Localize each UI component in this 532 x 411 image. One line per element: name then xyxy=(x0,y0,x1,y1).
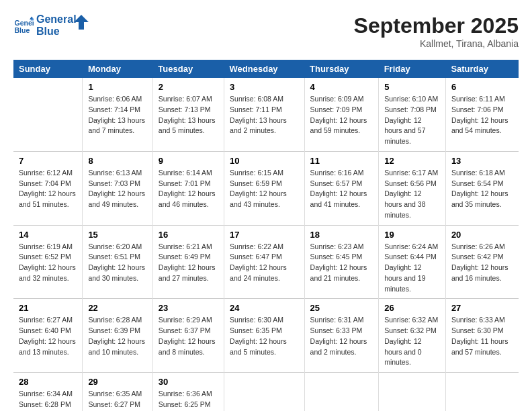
day-info: Sunrise: 6:08 AMSunset: 7:11 PMDaylight:… xyxy=(230,94,298,136)
cell-week5-day5 xyxy=(379,373,446,412)
cell-week4-day1: 22 Sunrise: 6:28 AMSunset: 6:39 PMDaylig… xyxy=(83,299,152,373)
day-number: 7 xyxy=(19,156,77,166)
day-info: Sunrise: 6:22 AMSunset: 6:47 PMDaylight:… xyxy=(230,242,298,284)
cell-week5-day2: 30 Sunrise: 6:36 AMSunset: 6:25 PMDaylig… xyxy=(152,373,224,412)
day-info: Sunrise: 6:12 AMSunset: 7:04 PMDaylight:… xyxy=(19,168,77,210)
day-info: Sunrise: 6:23 AMSunset: 6:45 PMDaylight:… xyxy=(310,242,373,284)
cell-week5-day4 xyxy=(304,373,379,412)
col-monday: Monday xyxy=(83,60,152,78)
day-info: Sunrise: 6:16 AMSunset: 6:57 PMDaylight:… xyxy=(310,168,373,210)
day-number: 19 xyxy=(384,230,440,240)
cell-week3-day2: 16 Sunrise: 6:21 AMSunset: 6:49 PMDaylig… xyxy=(152,225,224,299)
day-number: 28 xyxy=(19,377,77,387)
logo-icon: General Blue xyxy=(13,15,34,36)
day-info: Sunrise: 6:31 AMSunset: 6:33 PMDaylight:… xyxy=(310,315,373,357)
cell-week4-day6: 27 Sunrise: 6:33 AMSunset: 6:30 PMDaylig… xyxy=(445,299,519,373)
week-row-4: 21 Sunrise: 6:27 AMSunset: 6:40 PMDaylig… xyxy=(13,299,519,373)
cell-week5-day1: 29 Sunrise: 6:35 AMSunset: 6:27 PMDaylig… xyxy=(83,373,152,412)
day-number: 17 xyxy=(230,230,298,240)
day-number: 21 xyxy=(19,303,77,313)
day-info: Sunrise: 6:33 AMSunset: 6:30 PMDaylight:… xyxy=(451,315,513,357)
week-row-2: 7 Sunrise: 6:12 AMSunset: 7:04 PMDayligh… xyxy=(13,151,519,225)
day-info: Sunrise: 6:24 AMSunset: 6:44 PMDaylight:… xyxy=(384,242,440,295)
day-info: Sunrise: 6:27 AMSunset: 6:40 PMDaylight:… xyxy=(19,315,77,357)
day-number: 20 xyxy=(451,230,513,240)
cell-week3-day1: 15 Sunrise: 6:20 AMSunset: 6:51 PMDaylig… xyxy=(83,225,152,299)
day-info: Sunrise: 6:29 AMSunset: 6:37 PMDaylight:… xyxy=(159,315,218,357)
week-row-3: 14 Sunrise: 6:19 AMSunset: 6:52 PMDaylig… xyxy=(13,225,519,299)
cell-week2-day1: 8 Sunrise: 6:13 AMSunset: 7:03 PMDayligh… xyxy=(83,151,152,225)
day-number: 18 xyxy=(310,230,373,240)
day-number: 14 xyxy=(19,230,77,240)
cell-week3-day0: 14 Sunrise: 6:19 AMSunset: 6:52 PMDaylig… xyxy=(13,225,83,299)
day-number: 11 xyxy=(310,156,373,166)
day-number: 8 xyxy=(88,156,146,166)
day-info: Sunrise: 6:11 AMSunset: 7:06 PMDaylight:… xyxy=(451,94,513,136)
day-number: 12 xyxy=(384,156,440,166)
cell-week2-day3: 10 Sunrise: 6:15 AMSunset: 6:59 PMDaylig… xyxy=(224,151,304,225)
location-subtitle: Kallmet, Tirana, Albania xyxy=(354,38,519,49)
logo-arrow-icon xyxy=(74,15,89,30)
cell-week5-day6 xyxy=(445,373,519,412)
day-info: Sunrise: 6:28 AMSunset: 6:39 PMDaylight:… xyxy=(88,315,146,357)
title-block: September 2025 Kallmet, Tirana, Albania xyxy=(354,13,519,49)
day-number: 10 xyxy=(230,156,298,166)
cell-week4-day3: 24 Sunrise: 6:30 AMSunset: 6:35 PMDaylig… xyxy=(224,299,304,373)
day-info: Sunrise: 6:26 AMSunset: 6:42 PMDaylight:… xyxy=(451,242,513,284)
day-info: Sunrise: 6:10 AMSunset: 7:08 PMDaylight:… xyxy=(384,94,440,147)
day-info: Sunrise: 6:15 AMSunset: 6:59 PMDaylight:… xyxy=(230,168,298,210)
cell-week1-day5: 5 Sunrise: 6:10 AMSunset: 7:08 PMDayligh… xyxy=(379,78,446,151)
day-info: Sunrise: 6:35 AMSunset: 6:27 PMDaylight:… xyxy=(88,389,146,411)
day-info: Sunrise: 6:20 AMSunset: 6:51 PMDaylight:… xyxy=(88,242,146,284)
day-number: 15 xyxy=(88,230,146,240)
svg-marker-4 xyxy=(74,15,89,30)
cell-week3-day4: 18 Sunrise: 6:23 AMSunset: 6:45 PMDaylig… xyxy=(304,225,379,299)
day-number: 2 xyxy=(159,82,218,92)
day-number: 30 xyxy=(159,377,218,387)
day-info: Sunrise: 6:07 AMSunset: 7:13 PMDaylight:… xyxy=(159,94,218,136)
cell-week4-day2: 23 Sunrise: 6:29 AMSunset: 6:37 PMDaylig… xyxy=(152,299,224,373)
day-info: Sunrise: 6:30 AMSunset: 6:35 PMDaylight:… xyxy=(230,315,298,357)
day-info: Sunrise: 6:13 AMSunset: 7:03 PMDaylight:… xyxy=(88,168,146,210)
day-number: 3 xyxy=(230,82,298,92)
day-number: 13 xyxy=(451,156,513,166)
svg-text:Blue: Blue xyxy=(15,26,30,34)
logo-text-general: General xyxy=(36,13,77,26)
day-number: 26 xyxy=(384,303,440,313)
day-number: 29 xyxy=(88,377,146,387)
cell-week1-day1: 1 Sunrise: 6:06 AMSunset: 7:14 PMDayligh… xyxy=(83,78,152,151)
cell-week4-day5: 26 Sunrise: 6:32 AMSunset: 6:32 PMDaylig… xyxy=(379,299,446,373)
col-wednesday: Wednesday xyxy=(224,60,304,78)
cell-week1-day4: 4 Sunrise: 6:09 AMSunset: 7:09 PMDayligh… xyxy=(304,78,379,151)
cell-week2-day0: 7 Sunrise: 6:12 AMSunset: 7:04 PMDayligh… xyxy=(13,151,83,225)
day-number: 23 xyxy=(159,303,218,313)
day-number: 25 xyxy=(310,303,373,313)
day-info: Sunrise: 6:34 AMSunset: 6:28 PMDaylight:… xyxy=(19,389,77,411)
cell-week1-day3: 3 Sunrise: 6:08 AMSunset: 7:11 PMDayligh… xyxy=(224,78,304,151)
col-sunday: Sunday xyxy=(13,60,83,78)
col-thursday: Thursday xyxy=(304,60,379,78)
day-number: 27 xyxy=(451,303,513,313)
col-tuesday: Tuesday xyxy=(152,60,224,78)
col-saturday: Saturday xyxy=(445,60,519,78)
cell-week1-day2: 2 Sunrise: 6:07 AMSunset: 7:13 PMDayligh… xyxy=(152,78,224,151)
cell-week5-day3 xyxy=(224,373,304,412)
day-info: Sunrise: 6:06 AMSunset: 7:14 PMDaylight:… xyxy=(88,94,146,136)
day-number: 9 xyxy=(159,156,218,166)
calendar-header-row: Sunday Monday Tuesday Wednesday Thursday… xyxy=(13,60,519,78)
month-title: September 2025 xyxy=(354,13,519,38)
day-number: 5 xyxy=(384,82,440,92)
week-row-5: 28 Sunrise: 6:34 AMSunset: 6:28 PMDaylig… xyxy=(13,373,519,412)
day-info: Sunrise: 6:14 AMSunset: 7:01 PMDaylight:… xyxy=(159,168,218,210)
day-number: 4 xyxy=(310,82,373,92)
logo: General Blue General Blue xyxy=(13,13,89,37)
day-number: 16 xyxy=(159,230,218,240)
week-row-1: 1 Sunrise: 6:06 AMSunset: 7:14 PMDayligh… xyxy=(13,78,519,151)
cell-week5-day0: 28 Sunrise: 6:34 AMSunset: 6:28 PMDaylig… xyxy=(13,373,83,412)
cell-week4-day4: 25 Sunrise: 6:31 AMSunset: 6:33 PMDaylig… xyxy=(304,299,379,373)
day-number: 6 xyxy=(451,82,513,92)
day-info: Sunrise: 6:21 AMSunset: 6:49 PMDaylight:… xyxy=(159,242,218,284)
cell-week2-day2: 9 Sunrise: 6:14 AMSunset: 7:01 PMDayligh… xyxy=(152,151,224,225)
cell-week1-day0 xyxy=(13,78,83,151)
page-header: General Blue General Blue September 2025… xyxy=(13,13,519,49)
